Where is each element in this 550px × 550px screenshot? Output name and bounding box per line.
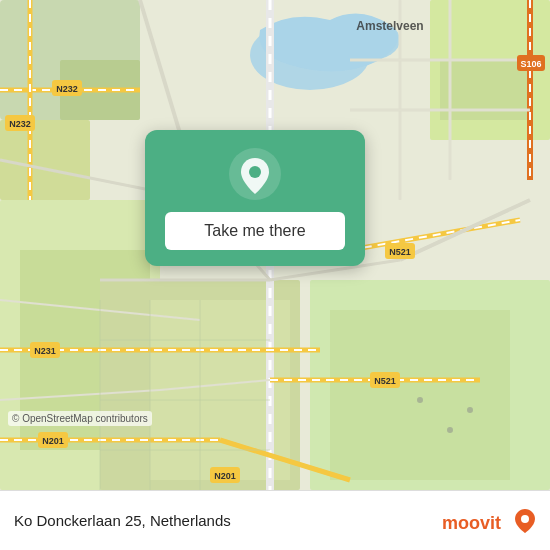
bottom-bar: Ko Donckerlaan 25, Netherlands moovit: [0, 490, 550, 550]
svg-text:N201: N201: [42, 436, 64, 446]
svg-text:N231: N231: [34, 346, 56, 356]
svg-text:N232: N232: [9, 119, 31, 129]
moovit-logo: moovit: [442, 507, 536, 535]
svg-text:N201: N201: [214, 471, 236, 481]
svg-point-31: [417, 397, 423, 403]
take-me-there-button[interactable]: Take me there: [165, 212, 345, 250]
svg-point-32: [447, 427, 453, 433]
svg-point-37: [521, 515, 529, 523]
svg-text:Amstelveen: Amstelveen: [356, 19, 423, 33]
address-label: Ko Donckerlaan 25, Netherlands: [14, 512, 231, 529]
svg-text:S106: S106: [520, 59, 541, 69]
svg-rect-4: [0, 120, 90, 200]
popup-card: Take me there: [145, 130, 365, 266]
map-copyright: © OpenStreetMap contributors: [8, 411, 152, 426]
map-container: N232 N232 N231 N201 N201 N521 N521 S106 …: [0, 0, 550, 490]
svg-text:N521: N521: [389, 247, 411, 257]
svg-point-35: [249, 166, 261, 178]
svg-text:moovit: moovit: [442, 513, 501, 533]
svg-text:N232: N232: [56, 84, 78, 94]
svg-text:N521: N521: [374, 376, 396, 386]
svg-rect-13: [330, 310, 510, 480]
location-pin-icon: [229, 148, 281, 200]
svg-point-33: [467, 407, 473, 413]
